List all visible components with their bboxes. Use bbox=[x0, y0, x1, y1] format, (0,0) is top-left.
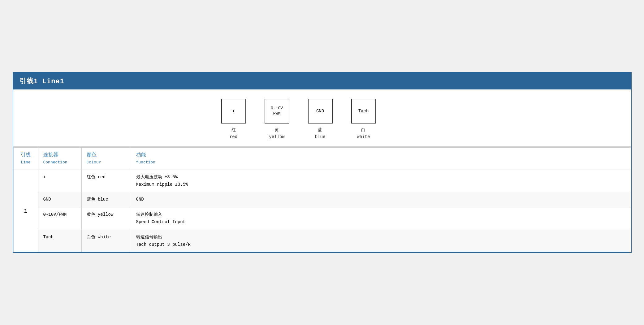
col-header-line-en: Line bbox=[19, 159, 33, 166]
diagram-pins: + 红 red 0-10VPWM 黄 yellow bbox=[221, 99, 490, 141]
connection-pwm: 0-10V/PWM bbox=[38, 207, 81, 230]
pin-chinese-red: 红 bbox=[230, 127, 237, 133]
pin-item-yellow: 0-10VPWM 黄 yellow bbox=[265, 99, 289, 141]
connection-tach: Tach bbox=[38, 230, 81, 252]
pin-english-yellow: yellow bbox=[269, 133, 284, 140]
pin-item-blue: GND 蓝 blue bbox=[308, 99, 333, 141]
function-red-en: Maximum ripple ±3.5% bbox=[136, 181, 626, 188]
pin-box-pwm: 0-10VPWM bbox=[265, 99, 289, 124]
pin-item-white: Tach 白 white bbox=[351, 99, 376, 141]
line-number-1: 1 bbox=[13, 170, 38, 252]
col-header-function-cn: 功能 bbox=[136, 151, 626, 159]
pin-box-label-tach: Tach bbox=[358, 108, 369, 114]
pin-chinese-white: 白 bbox=[357, 127, 370, 133]
col-header-function-en: function bbox=[136, 159, 626, 166]
table-row-3: 0-10V/PWM 黄色 yellow 转速控制输入 Speed Control… bbox=[13, 207, 631, 230]
table-row-4: Tach 白色 white 转速信号输出 Tach output 3 pulse… bbox=[13, 230, 631, 252]
function-red: 最大电压波动 ±3.5% Maximum ripple ±3.5% bbox=[131, 170, 631, 192]
pin-label-blue: 蓝 blue bbox=[315, 127, 326, 141]
pin-english-blue: blue bbox=[315, 133, 326, 140]
diagram-section: + 红 red 0-10VPWM 黄 yellow bbox=[13, 89, 631, 147]
function-pwm: 转速控制输入 Speed Control Input bbox=[131, 207, 631, 230]
col-header-connection-en: Connection bbox=[43, 159, 76, 166]
pin-box-label: + bbox=[232, 108, 235, 114]
colour-red: 红色 red bbox=[81, 170, 131, 192]
pin-chinese-blue: 蓝 bbox=[315, 127, 326, 133]
function-tach-cn: 转速信号输出 bbox=[136, 234, 626, 241]
col-header-colour: 颜色 Colour bbox=[81, 147, 131, 170]
function-gnd-cn: GND bbox=[136, 196, 626, 203]
pin-box-tach: Tach bbox=[351, 99, 376, 124]
pin-english-white: white bbox=[357, 133, 370, 140]
pin-label-red: 红 red bbox=[230, 127, 237, 141]
pin-english-red: red bbox=[230, 133, 237, 140]
function-pwm-cn: 转速控制输入 bbox=[136, 211, 626, 219]
connection-plus: + bbox=[38, 170, 81, 192]
table-header-row: 引线 Line 连接器 Connection 颜色 Colour 功能 func… bbox=[13, 147, 631, 170]
colour-yellow: 黄色 yellow bbox=[81, 207, 131, 230]
col-header-colour-cn: 颜色 bbox=[87, 151, 126, 159]
function-gnd: GND bbox=[131, 192, 631, 207]
function-pwm-en: Speed Control Input bbox=[136, 219, 626, 226]
col-header-connection: 连接器 Connection bbox=[38, 147, 81, 170]
pin-box-label-pwm: 0-10VPWM bbox=[271, 106, 283, 116]
col-header-connection-cn: 连接器 bbox=[43, 151, 76, 159]
pin-chinese-yellow: 黄 bbox=[269, 127, 284, 133]
main-container: 引线1 Line1 + 红 red 0-10VPWM 黄 bbox=[13, 72, 632, 253]
connection-gnd: GND bbox=[38, 192, 81, 207]
col-header-line: 引线 Line bbox=[13, 147, 38, 170]
data-table: 引线 Line 连接器 Connection 颜色 Colour 功能 func… bbox=[13, 147, 631, 252]
colour-white: 白色 white bbox=[81, 230, 131, 252]
table-row-2: GND 蓝色 blue GND bbox=[13, 192, 631, 207]
col-header-colour-en: Colour bbox=[87, 159, 126, 166]
function-tach-en: Tach output 3 pulse/R bbox=[136, 241, 626, 249]
col-header-function: 功能 function bbox=[131, 147, 631, 170]
pin-label-white: 白 white bbox=[357, 127, 370, 141]
header-title: 引线1 Line1 bbox=[19, 78, 64, 85]
pin-box-plus: + bbox=[221, 99, 246, 124]
pin-box-gnd: GND bbox=[308, 99, 333, 124]
pin-box-label-gnd: GND bbox=[316, 108, 324, 114]
pin-item-red: + 红 red bbox=[221, 99, 246, 141]
pin-label-yellow: 黄 yellow bbox=[269, 127, 284, 141]
table-row-1: 1 + 红色 red 最大电压波动 ±3.5% Maximum ripple ±… bbox=[13, 170, 631, 192]
col-header-line-cn: 引线 bbox=[19, 151, 33, 159]
section-header: 引线1 Line1 bbox=[13, 73, 631, 89]
colour-blue: 蓝色 blue bbox=[81, 192, 131, 207]
function-red-cn: 最大电压波动 ±3.5% bbox=[136, 174, 626, 181]
function-tach: 转速信号输出 Tach output 3 pulse/R bbox=[131, 230, 631, 252]
